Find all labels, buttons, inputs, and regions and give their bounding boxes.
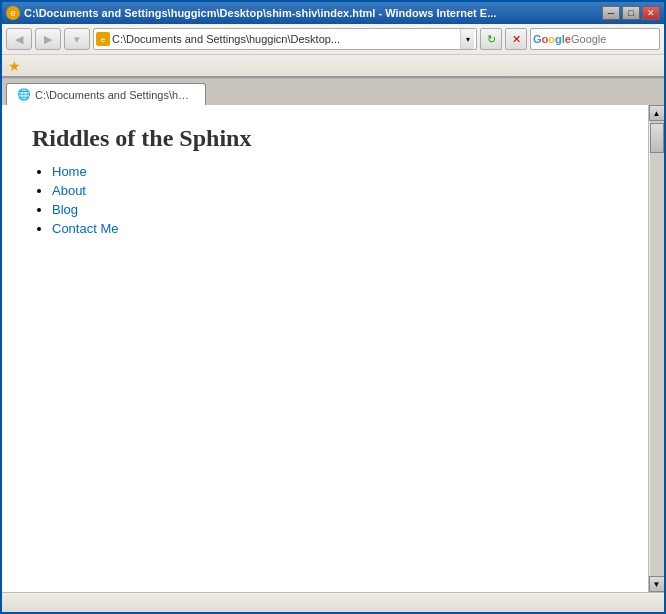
address-dropdown-button[interactable]: ▾ (460, 29, 474, 49)
google-o1-icon: o (542, 33, 549, 45)
list-item: Home (52, 164, 618, 179)
nav-list: Home About Blog Contact Me (32, 164, 618, 236)
google-g2-icon: g (555, 33, 562, 45)
stop-button[interactable]: ✕ (505, 28, 527, 50)
close-button[interactable]: ✕ (642, 6, 660, 20)
minimize-button[interactable]: ─ (602, 6, 620, 20)
address-input[interactable] (112, 33, 458, 45)
google-g-icon: G (533, 33, 542, 45)
scrollbar: ▲ ▼ (648, 105, 664, 592)
tab-label: C:\Documents and Settings\huggicm\Deskto… (35, 89, 195, 101)
tab-0[interactable]: 🌐 C:\Documents and Settings\huggicm\Desk… (6, 83, 206, 105)
scroll-down-icon: ▼ (653, 580, 661, 589)
nav-link-about[interactable]: About (52, 183, 86, 198)
window-icon: e (6, 6, 20, 20)
browser-content: Riddles of the Sphinx Home About Blog Co… (2, 105, 664, 592)
google-logo: G o o g l e (533, 33, 571, 45)
forward-button[interactable]: ▶ (35, 28, 61, 50)
list-item: Contact Me (52, 221, 618, 236)
chevron-down-icon: ▾ (74, 33, 80, 46)
maximize-button[interactable]: □ (622, 6, 640, 20)
address-bar: e ▾ (93, 28, 477, 50)
google-o2-icon: o (548, 33, 555, 45)
page-icon: e (96, 32, 110, 46)
title-bar: e C:\Documents and Settings\huggicm\Desk… (2, 2, 664, 24)
refresh-button[interactable]: ↻ (480, 28, 502, 50)
toolbar-area: ◀ ▶ ▾ e ▾ ↻ ✕ (2, 24, 664, 79)
nav-toolbar: ◀ ▶ ▾ e ▾ ↻ ✕ (2, 24, 664, 54)
page-heading: Riddles of the Sphinx (32, 125, 618, 152)
dropdown-arrow-icon: ▾ (466, 35, 470, 44)
window-controls: ─ □ ✕ (602, 6, 660, 20)
back-button[interactable]: ◀ (6, 28, 32, 50)
forward-icon: ▶ (44, 33, 52, 46)
dropdown-button[interactable]: ▾ (64, 28, 90, 50)
nav-link-contact[interactable]: Contact Me (52, 221, 118, 236)
favorites-star-icon: ★ (8, 58, 21, 74)
refresh-icon: ↻ (487, 33, 496, 46)
search-input[interactable] (571, 33, 666, 45)
scroll-down-button[interactable]: ▼ (649, 576, 665, 592)
list-item: About (52, 183, 618, 198)
scroll-up-icon: ▲ (653, 109, 661, 118)
search-bar: G o o g l e 🔍 (530, 28, 660, 50)
tab-globe-icon: 🌐 (17, 88, 31, 101)
browser-window: e C:\Documents and Settings\huggicm\Desk… (0, 0, 666, 614)
page-area: Riddles of the Sphinx Home About Blog Co… (2, 105, 648, 592)
list-item: Blog (52, 202, 618, 217)
scrollbar-track[interactable] (650, 121, 664, 576)
scroll-up-button[interactable]: ▲ (649, 105, 665, 121)
scrollbar-thumb[interactable] (650, 123, 664, 153)
nav-link-home[interactable]: Home (52, 164, 87, 179)
nav-link-blog[interactable]: Blog (52, 202, 78, 217)
window-title: C:\Documents and Settings\huggicm\Deskto… (24, 7, 496, 19)
tabs-area: 🌐 C:\Documents and Settings\huggicm\Desk… (2, 79, 664, 105)
favorites-toolbar: ★ (2, 54, 664, 78)
status-bar (2, 592, 664, 612)
stop-icon: ✕ (512, 33, 521, 46)
back-icon: ◀ (15, 33, 23, 46)
